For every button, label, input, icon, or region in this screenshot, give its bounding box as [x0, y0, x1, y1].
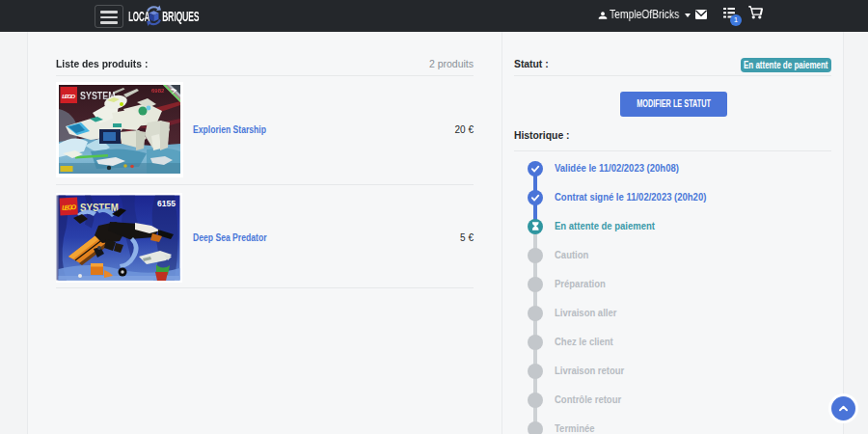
- svg-text:6982: 6982: [151, 88, 165, 94]
- svg-text:6155: 6155: [157, 199, 176, 208]
- svg-text:LEGO: LEGO: [62, 93, 75, 99]
- svg-text:LEGO: LEGO: [62, 203, 77, 211]
